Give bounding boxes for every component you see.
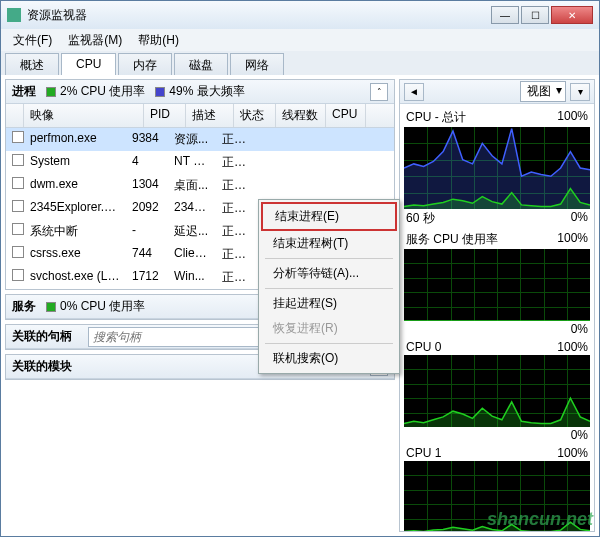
cell-desc: 延迟... [168, 221, 216, 242]
tab-memory[interactable]: 内存 [118, 53, 172, 75]
col-desc[interactable]: 描述 [186, 104, 234, 127]
chart-canvas [404, 355, 590, 427]
window-title: 资源监视器 [27, 7, 491, 24]
table-row[interactable]: dwm.exe 1304 桌面... 正在... [6, 174, 394, 197]
chart-title: CPU 1 [406, 446, 441, 460]
modules-title: 关联的模块 [12, 358, 72, 375]
cell-desc: Win... [168, 267, 216, 288]
cm-resume: 恢复进程(R) [261, 316, 397, 341]
menu-help[interactable]: 帮助(H) [130, 30, 187, 51]
cell-status: 正在... [216, 221, 258, 242]
chart-pct: 100% [557, 109, 588, 126]
cell-name: csrss.exe [24, 244, 126, 265]
cell-desc: NT K... [168, 152, 216, 173]
chart-sub-pct: 0% [571, 428, 588, 442]
cell-pid: 9384 [126, 129, 168, 150]
cell-name: svchost.exe (Local... [24, 267, 126, 288]
tab-overview[interactable]: 概述 [5, 53, 59, 75]
cell-pid: 744 [126, 244, 168, 265]
app-window: 资源监视器 — ☐ ✕ 文件(F) 监视器(M) 帮助(H) 概述 CPU 内存… [0, 0, 600, 537]
service-title: 服务 [12, 298, 36, 315]
app-icon [7, 8, 21, 22]
cell-pid: - [126, 221, 168, 242]
chart-pane: ◄ 视图 ▾ CPU - 总计100%60 秒0%服务 CPU 使用率100%0… [399, 79, 595, 532]
cm-search-online[interactable]: 联机搜索(O) [261, 346, 397, 371]
cell-desc: 资源... [168, 129, 216, 150]
menu-bar: 文件(F) 监视器(M) 帮助(H) [1, 29, 599, 51]
service-cpu-label: 0% CPU 使用率 [60, 298, 145, 315]
cell-name: perfmon.exe [24, 129, 126, 150]
tab-cpu[interactable]: CPU [61, 53, 116, 75]
cell-name: 系统中断 [24, 221, 126, 242]
col-image[interactable]: 映像 [24, 104, 144, 127]
checkbox[interactable] [12, 177, 24, 189]
cell-name: System [24, 152, 126, 173]
checkbox[interactable] [12, 246, 24, 258]
chart-pct: 100% [557, 340, 588, 354]
chart-block: CPU - 总计100%60 秒0% [404, 108, 590, 228]
menu-monitor[interactable]: 监视器(M) [60, 30, 130, 51]
cell-desc: 2345... [168, 198, 216, 219]
tab-bar: 概述 CPU 内存 磁盘 网络 [1, 51, 599, 75]
chart-title: 服务 CPU 使用率 [406, 231, 498, 248]
menu-file[interactable]: 文件(F) [5, 30, 60, 51]
cm-analyze-wait[interactable]: 分析等待链(A)... [261, 261, 397, 286]
checkbox[interactable] [12, 223, 24, 235]
title-bar[interactable]: 资源监视器 — ☐ ✕ [1, 1, 599, 29]
process-title: 进程 [12, 83, 36, 100]
cm-end-tree[interactable]: 结束进程树(T) [261, 231, 397, 256]
chart-dropdown[interactable]: ▾ [570, 83, 590, 101]
col-status[interactable]: 状态 [234, 104, 276, 127]
minimize-button[interactable]: — [491, 6, 519, 24]
table-row[interactable]: System 4 NT K... 正在... [6, 151, 394, 174]
cell-desc: Clien... [168, 244, 216, 265]
context-menu: 结束进程(E) 结束进程树(T) 分析等待链(A)... 挂起进程(S) 恢复进… [258, 199, 400, 374]
col-pid[interactable]: PID [144, 104, 186, 127]
chart-title: CPU 0 [406, 340, 441, 354]
max-freq-label: 49% 最大频率 [169, 83, 244, 100]
green-chip-icon [46, 87, 56, 97]
checkbox[interactable] [12, 269, 24, 281]
table-row[interactable]: perfmon.exe 9384 资源... 正在... [6, 128, 394, 151]
watermark: shancun.net [487, 509, 593, 530]
col-threads[interactable]: 线程数 [276, 104, 326, 127]
cell-status: 正在... [216, 175, 258, 196]
cm-suspend[interactable]: 挂起进程(S) [261, 291, 397, 316]
cell-status: 正在... [216, 198, 258, 219]
chart-block: CPU 0100%0% [404, 339, 590, 443]
maximize-button[interactable]: ☐ [521, 6, 549, 24]
cell-status: 正在... [216, 152, 258, 173]
chart-canvas [404, 127, 590, 209]
cell-pid: 4 [126, 152, 168, 173]
chart-pct: 100% [557, 446, 588, 460]
cell-status: 正在... [216, 244, 258, 265]
chart-title: CPU - 总计 [406, 109, 466, 126]
cell-desc: 桌面... [168, 175, 216, 196]
collapse-process-button[interactable]: ˄ [370, 83, 388, 101]
cm-end-process[interactable]: 结束进程(E) [261, 202, 397, 231]
close-button[interactable]: ✕ [551, 6, 593, 24]
chart-sub-pct: 0% [571, 210, 588, 227]
checkbox[interactable] [12, 200, 24, 212]
cell-pid: 1304 [126, 175, 168, 196]
cell-name: dwm.exe [24, 175, 126, 196]
chart-canvas [404, 249, 590, 321]
cell-status: 正在... [216, 129, 258, 150]
cell-pid: 1712 [126, 267, 168, 288]
checkbox[interactable] [12, 154, 24, 166]
cpu-usage-label: 2% CPU 使用率 [60, 83, 145, 100]
tab-disk[interactable]: 磁盘 [174, 53, 228, 75]
cell-status: 正在... [216, 267, 258, 288]
checkbox[interactable] [12, 131, 24, 143]
chart-sub: 60 秒 [406, 210, 435, 227]
col-cpu[interactable]: CPU [326, 104, 366, 127]
handles-title: 关联的句柄 [12, 328, 72, 345]
view-select[interactable]: 视图 [520, 81, 566, 102]
tab-network[interactable]: 网络 [230, 53, 284, 75]
green-chip-icon [46, 302, 56, 312]
chart-block: 服务 CPU 使用率100%0% [404, 230, 590, 337]
chart-sub-pct: 0% [571, 322, 588, 336]
chart-nav-left[interactable]: ◄ [404, 83, 424, 101]
cell-name: 2345Explorer.exe [24, 198, 126, 219]
cell-pid: 2092 [126, 198, 168, 219]
